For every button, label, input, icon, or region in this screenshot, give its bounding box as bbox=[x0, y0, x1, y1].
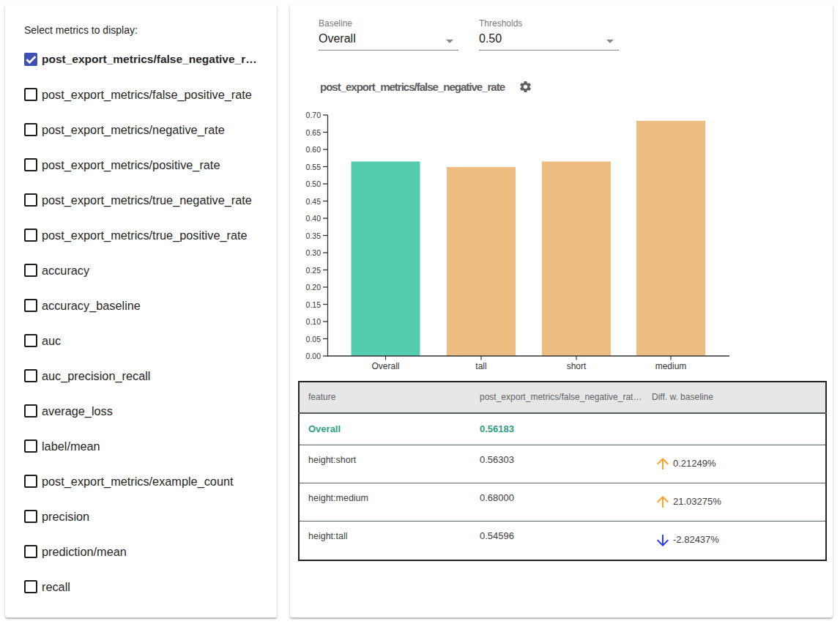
svg-text:tall: tall bbox=[475, 361, 486, 371]
svg-text:0.10: 0.10 bbox=[306, 317, 321, 326]
svg-text:0.25: 0.25 bbox=[306, 266, 321, 275]
svg-text:0.30: 0.30 bbox=[306, 248, 321, 257]
svg-text:0.70: 0.70 bbox=[306, 111, 321, 119]
svg-text:0.00: 0.00 bbox=[306, 352, 321, 360]
svg-text:0.20: 0.20 bbox=[306, 283, 321, 292]
svg-text:0.60: 0.60 bbox=[306, 145, 321, 154]
svg-text:short: short bbox=[567, 361, 587, 371]
svg-text:0.05: 0.05 bbox=[306, 335, 321, 344]
svg-text:0.15: 0.15 bbox=[306, 300, 321, 309]
svg-text:Overall: Overall bbox=[371, 361, 399, 371]
svg-text:0.40: 0.40 bbox=[306, 214, 321, 223]
svg-text:0.35: 0.35 bbox=[306, 231, 321, 240]
svg-text:medium: medium bbox=[655, 361, 687, 371]
svg-text:0.55: 0.55 bbox=[306, 163, 321, 171]
svg-text:0.65: 0.65 bbox=[306, 128, 321, 137]
svg-text:0.50: 0.50 bbox=[306, 179, 321, 188]
svg-text:0.45: 0.45 bbox=[306, 197, 321, 206]
